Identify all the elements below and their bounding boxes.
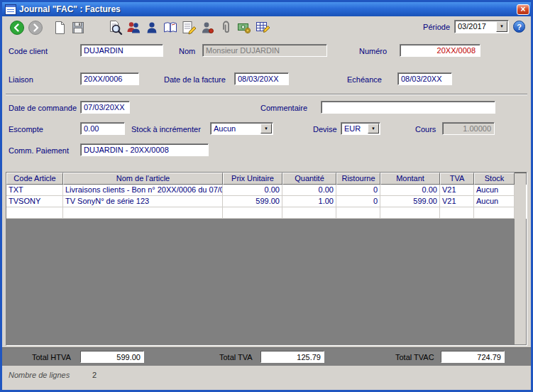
echeance-label: Echéance bbox=[347, 73, 382, 86]
entries-icon bbox=[181, 20, 197, 36]
numero-label: Numéro bbox=[359, 45, 387, 58]
clients-button[interactable] bbox=[124, 18, 143, 37]
comm-paiement-input[interactable]: DUJARDIN - 20XX/0008 bbox=[80, 143, 209, 156]
code-client-label: Code client bbox=[9, 45, 48, 58]
table-cell[interactable]: V21 bbox=[440, 196, 474, 207]
table-cell[interactable]: 0.00 bbox=[282, 185, 336, 196]
table-edit-icon bbox=[255, 20, 270, 36]
clients-icon bbox=[126, 20, 141, 36]
new-document-icon bbox=[53, 21, 67, 35]
paperclip-icon bbox=[218, 20, 233, 36]
table-scrollbar[interactable] bbox=[515, 173, 526, 344]
table-cell[interactable]: 0 bbox=[336, 185, 380, 196]
column-header-ristourne[interactable]: Ristourne bbox=[336, 173, 380, 185]
table-cell[interactable] bbox=[282, 207, 336, 219]
totals-bar: Total HTVA 599.00 Total TVA 125.79 Total… bbox=[2, 347, 531, 366]
table-cell[interactable] bbox=[440, 207, 474, 219]
total-tva-label: Total TVA bbox=[219, 348, 253, 366]
back-button[interactable] bbox=[8, 18, 26, 37]
table-cell[interactable]: 0.00 bbox=[223, 185, 282, 196]
devise-dropdown-icon[interactable]: ▼ bbox=[368, 124, 379, 134]
table-cell[interactable]: Aucun bbox=[474, 196, 515, 207]
total-tvac-label: Total TVAC bbox=[395, 348, 434, 366]
date-facture-label: Date de la facture bbox=[164, 73, 226, 86]
save-button[interactable] bbox=[69, 18, 87, 37]
table-edit-button[interactable] bbox=[253, 18, 272, 37]
escompte-input[interactable]: 0.00 bbox=[80, 122, 125, 135]
preview-button[interactable] bbox=[106, 18, 124, 37]
table-row: TVSONY TV SonyN° de série 123 599.00 1.0… bbox=[6, 196, 527, 207]
commentaire-label: Commentaire bbox=[260, 102, 307, 114]
journal-book-button[interactable] bbox=[161, 18, 180, 37]
attachments-button[interactable] bbox=[216, 18, 235, 37]
date-commande-label: Date de commande bbox=[9, 102, 77, 114]
table-cell[interactable] bbox=[6, 207, 63, 219]
forward-icon bbox=[28, 20, 43, 36]
table-cell[interactable]: 599.00 bbox=[223, 196, 282, 207]
table-cell[interactable]: 0 bbox=[336, 196, 380, 207]
forward-button[interactable] bbox=[26, 18, 45, 37]
period-select[interactable]: 03/2017 ▼ bbox=[454, 20, 509, 33]
nom-label: Nom bbox=[179, 45, 195, 58]
entries-button[interactable] bbox=[180, 18, 198, 37]
column-header-prix-unitaire[interactable]: Prix Unitaire bbox=[223, 173, 282, 185]
stock-increment-value: Aucun bbox=[214, 124, 236, 133]
table-cell[interactable]: Aucun bbox=[474, 185, 515, 196]
table-cell[interactable]: TV SonyN° de série 123 bbox=[63, 196, 223, 207]
column-header-montant[interactable]: Montant bbox=[380, 173, 440, 185]
stock-increment-dropdown-icon[interactable]: ▼ bbox=[260, 124, 272, 134]
total-tva-field: 125.79 bbox=[260, 351, 324, 363]
save-icon bbox=[71, 21, 85, 35]
table-cell[interactable] bbox=[380, 207, 440, 219]
table-row-empty bbox=[6, 207, 527, 219]
liaison-input[interactable]: 20XX/0006 bbox=[80, 72, 139, 85]
client-icon bbox=[144, 20, 160, 36]
client-button[interactable] bbox=[143, 18, 161, 37]
column-header-quantite[interactable]: Quantité bbox=[282, 173, 336, 185]
date-commande-input[interactable]: 07/03/20XX bbox=[80, 101, 130, 114]
payment-button[interactable] bbox=[235, 18, 253, 37]
table-empty-area bbox=[6, 219, 515, 346]
period-label: Période bbox=[423, 23, 450, 31]
column-header-stock[interactable]: Stock bbox=[474, 173, 515, 185]
contact-icon bbox=[199, 20, 215, 36]
table-cell[interactable]: 599.00 bbox=[380, 196, 440, 207]
toolbar: Période 03/2017 ▼ ? bbox=[2, 16, 531, 38]
table-cell[interactable]: 0.00 bbox=[380, 185, 440, 196]
code-client-input[interactable]: DUJARDIN bbox=[80, 44, 163, 57]
period-value: 03/2017 bbox=[458, 22, 486, 31]
commentaire-input[interactable] bbox=[321, 101, 495, 114]
table-cell[interactable] bbox=[474, 207, 515, 219]
column-header-nom-article[interactable]: Nom de l'article bbox=[63, 173, 223, 185]
column-header-tva[interactable]: TVA bbox=[440, 173, 474, 185]
devise-label: Devise bbox=[313, 123, 337, 136]
period-dropdown-icon[interactable]: ▼ bbox=[496, 21, 507, 32]
close-button[interactable]: × bbox=[517, 4, 529, 15]
line-count-label: Nombre de lignes bbox=[9, 371, 70, 379]
stock-increment-select[interactable]: Aucun ▼ bbox=[210, 122, 273, 135]
table-cell[interactable]: Livraisons clients - Bon n° 20XX/0006 du… bbox=[63, 185, 223, 196]
devise-select[interactable]: EUR ▼ bbox=[341, 122, 380, 135]
comm-paiement-label: Comm. Paiement bbox=[9, 144, 69, 157]
numero-input[interactable]: 20XX/0008 bbox=[400, 44, 480, 57]
column-header-code-article[interactable]: Code Article bbox=[6, 173, 63, 185]
table-cell[interactable] bbox=[336, 207, 380, 219]
help-button[interactable]: ? bbox=[513, 21, 525, 33]
articles-table: Code Article Nom de l'article Prix Unita… bbox=[6, 172, 527, 346]
back-icon bbox=[9, 20, 25, 36]
table-cell[interactable]: V21 bbox=[440, 185, 474, 196]
table-cell[interactable]: TXT bbox=[6, 185, 63, 196]
new-document-button[interactable] bbox=[50, 18, 69, 37]
period-group: Période 03/2017 ▼ ? bbox=[423, 20, 525, 33]
table-cell[interactable] bbox=[223, 207, 282, 219]
table-cell[interactable] bbox=[63, 207, 223, 219]
table-cell[interactable]: TVSONY bbox=[6, 196, 63, 207]
liaison-label: Liaison bbox=[9, 73, 33, 86]
contact-button[interactable] bbox=[198, 18, 216, 37]
echeance-input[interactable]: 08/03/20XX bbox=[397, 72, 452, 85]
total-tvac-field: 724.79 bbox=[441, 351, 505, 363]
table-row: TXT Livraisons clients - Bon n° 20XX/000… bbox=[6, 185, 527, 196]
table-cell[interactable]: 1.00 bbox=[282, 196, 336, 207]
payment-icon bbox=[236, 20, 252, 36]
date-facture-input[interactable]: 08/03/20XX bbox=[234, 72, 289, 85]
